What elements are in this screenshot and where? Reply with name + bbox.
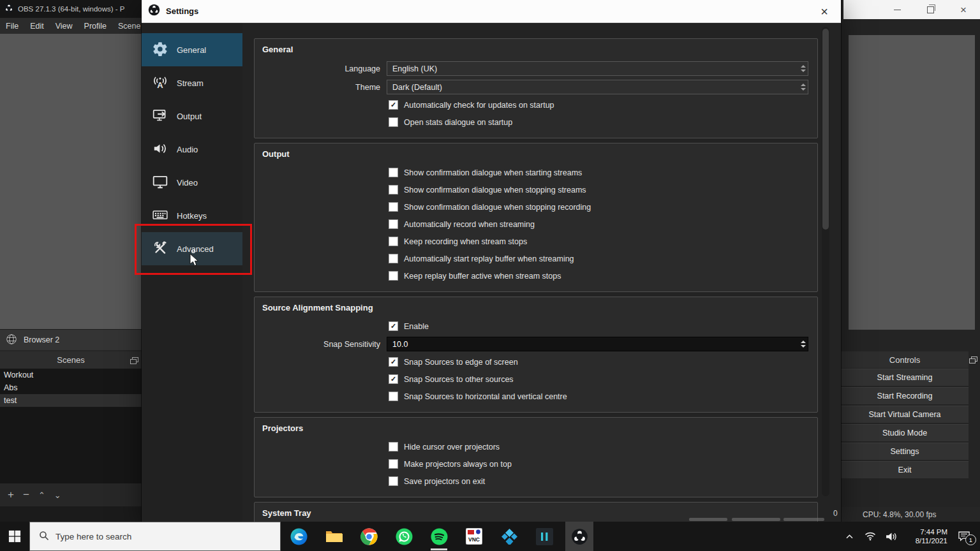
scene-item-test[interactable]: test	[0, 394, 142, 407]
partial-button[interactable]	[732, 518, 780, 521]
checkbox-unchecked[interactable]	[389, 219, 398, 229]
checkbox-unchecked[interactable]	[389, 271, 398, 281]
settings-scrollbar[interactable]	[822, 27, 829, 496]
general-icon	[152, 41, 168, 59]
menu-scene-collection[interactable]: Scene Collection	[112, 22, 142, 31]
svg-text:VNC: VNC	[468, 536, 480, 543]
checkbox-checked[interactable]: ✓	[389, 357, 398, 367]
checkbox-checked[interactable]: ✓	[389, 100, 398, 110]
edge-icon[interactable]	[285, 522, 313, 551]
partial-button[interactable]	[689, 518, 727, 521]
start-streaming-button[interactable]: Start Streaming	[841, 369, 969, 386]
settings-content: GeneralLanguage English (UK) Theme Dark …	[254, 23, 818, 522]
checkbox-unchecked[interactable]	[389, 254, 398, 263]
add-scene-icon[interactable]: +	[8, 489, 14, 501]
chrome-icon[interactable]	[355, 522, 383, 551]
checkbox-label: Automatically check for updates on start…	[404, 101, 554, 110]
start-recording-button[interactable]: Start Recording	[841, 387, 969, 405]
settings-nav-stream[interactable]: A Stream	[142, 66, 242, 99]
exit-button[interactable]: Exit	[841, 461, 969, 479]
checkbox-unchecked[interactable]	[389, 392, 398, 401]
whatsapp-icon[interactable]	[390, 522, 418, 551]
remove-scene-icon[interactable]: −	[23, 489, 29, 501]
notification-badge: 1	[965, 534, 976, 545]
menu-edit[interactable]: Edit	[24, 22, 50, 31]
wifi-icon[interactable]	[863, 532, 877, 541]
explorer-icon[interactable]	[320, 522, 348, 551]
checkbox-unchecked[interactable]	[389, 185, 398, 195]
checkbox-label: Snap Sources to edge of screen	[404, 358, 518, 367]
language-select[interactable]: English (UK)	[387, 61, 808, 76]
obs-logo-icon	[148, 4, 160, 18]
checkbox-label: Save projectors on exit	[404, 477, 485, 486]
checkbox-label: Open stats dialogue on startup	[404, 118, 512, 127]
scene-item-abs[interactable]: Abs	[0, 381, 142, 394]
kodi-icon[interactable]	[495, 522, 523, 551]
checkbox-checked[interactable]: ✓	[389, 321, 398, 331]
field-value: 10.0	[392, 340, 408, 349]
close-window-button[interactable]: ×	[947, 0, 980, 19]
source-item-browser2[interactable]: Browser 2	[0, 329, 147, 350]
spotify-icon[interactable]	[425, 522, 453, 551]
settings-dialog-titlebar[interactable]: Settings ×	[142, 0, 841, 23]
dock-float-icon[interactable]	[130, 356, 138, 366]
restore-button[interactable]	[914, 0, 947, 19]
studio-mode-button[interactable]: Studio Mode	[841, 424, 969, 442]
settings-nav-label: Video	[177, 178, 198, 187]
close-icon[interactable]: ×	[813, 0, 836, 23]
scenes-dock-title: Scenes	[57, 355, 84, 365]
search-input[interactable]: Type here to search	[29, 522, 281, 551]
obs-logo-icon	[4, 3, 14, 15]
status-fragment: 0	[833, 509, 838, 518]
checkbox-unchecked[interactable]	[389, 476, 398, 486]
move-scene-up-icon[interactable]: ⌃	[38, 490, 45, 500]
checkbox-label: Snap Sources to horizontal and vertical …	[404, 392, 567, 401]
spinner-icon[interactable]	[801, 337, 806, 351]
volume-icon[interactable]	[884, 532, 898, 541]
scenes-dock-header: Scenes	[0, 351, 142, 369]
checkbox-checked[interactable]: ✓	[389, 374, 398, 384]
checkbox-unchecked[interactable]	[389, 117, 398, 127]
notification-center-icon[interactable]: 1	[954, 531, 974, 542]
taskbar-clock[interactable]: 7:44 PM 8/11/2021	[905, 527, 947, 545]
checkbox-unchecked[interactable]	[389, 459, 398, 469]
menu-view[interactable]: View	[50, 22, 78, 31]
spinner-icon[interactable]	[801, 80, 806, 94]
settings-nav-video[interactable]: Video	[142, 166, 242, 199]
settings-button[interactable]: Settings	[841, 443, 969, 460]
pause-icon[interactable]	[530, 522, 558, 551]
snap-sensitivity-input[interactable]: 10.0	[387, 337, 808, 351]
minimize-button[interactable]	[880, 0, 914, 19]
system-tray: 7:44 PM 8/11/2021 1	[842, 522, 980, 551]
start-virtual-camera-button[interactable]: Start Virtual Camera	[841, 406, 969, 423]
chevron-up-icon[interactable]	[842, 534, 856, 540]
settings-nav-label: Output	[177, 112, 202, 121]
stream-icon: A	[152, 74, 168, 92]
checkbox-label: Make projectors always on top	[404, 460, 512, 469]
menu-file[interactable]: File	[0, 22, 24, 31]
checkbox-unchecked[interactable]	[389, 168, 398, 177]
taskbar: Type here to search VNC 7:44 PM 8/11/202…	[0, 522, 980, 551]
move-scene-down-icon[interactable]: ⌄	[54, 490, 61, 500]
dock-float-icon[interactable]	[969, 356, 977, 365]
obs-icon[interactable]	[565, 522, 593, 551]
checkbox-unchecked[interactable]	[389, 237, 398, 246]
theme-select[interactable]: Dark (Default)	[387, 80, 808, 94]
checkbox-unchecked[interactable]	[389, 202, 398, 212]
spinner-icon[interactable]	[801, 62, 806, 75]
partial-button[interactable]	[783, 518, 824, 521]
scrollbar-thumb[interactable]	[822, 29, 829, 230]
field-label: Theme	[258, 83, 387, 92]
vnc-icon[interactable]: VNC	[460, 522, 488, 551]
controls-dock-title: Controls	[889, 355, 920, 365]
preview-area-right	[849, 35, 975, 330]
audio-icon	[152, 140, 168, 159]
settings-nav-output[interactable]: Output	[142, 99, 242, 133]
menu-profile[interactable]: Profile	[78, 22, 112, 31]
start-button[interactable]	[0, 522, 29, 551]
checkbox-unchecked[interactable]	[389, 442, 398, 452]
settings-section-general: GeneralLanguage English (UK) Theme Dark …	[254, 38, 818, 138]
settings-nav-audio[interactable]: Audio	[142, 133, 242, 166]
scene-item-workout[interactable]: Workout	[0, 369, 142, 381]
settings-nav-general[interactable]: General	[142, 33, 242, 66]
